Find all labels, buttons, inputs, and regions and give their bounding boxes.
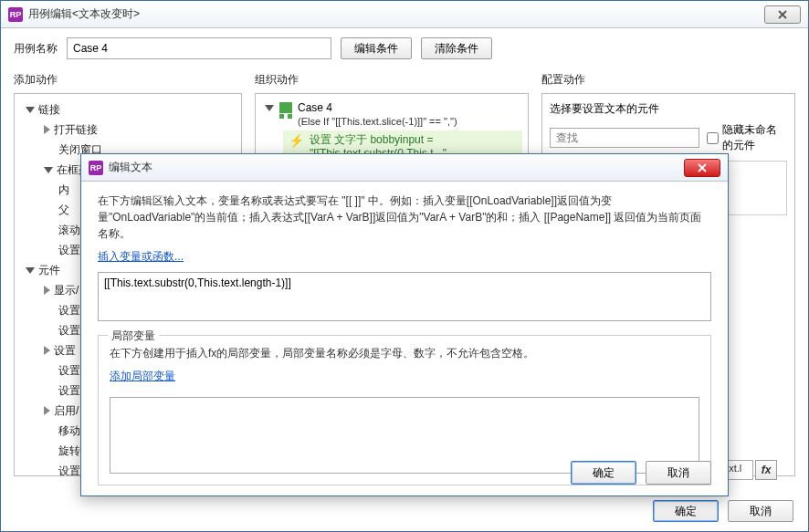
tree-label: 打开链接 <box>54 120 98 140</box>
app-icon: RP <box>8 7 23 22</box>
modal-close-button[interactable] <box>684 159 720 177</box>
local-variables-desc: 在下方创建用于插入fx的局部变量，局部变量名称必须是字母、数字，不允许包含空格。 <box>110 345 699 361</box>
app-icon: RP <box>89 161 103 175</box>
modal-body: 在下方编辑区输入文本，变量名称或表达式要写在 "[[ ]]" 中。例如：插入变量… <box>81 182 728 496</box>
hide-unnamed-label: 隐藏未命名的元件 <box>722 122 787 153</box>
add-action-label: 添加动作 <box>14 72 242 88</box>
main-title: 用例编辑<文本改变时> <box>28 6 764 22</box>
tree-label: 设置 <box>58 300 80 320</box>
triangle-down-icon <box>26 107 35 113</box>
config-search-input[interactable] <box>550 128 699 148</box>
tree-label: 父 <box>58 200 69 220</box>
tree-label: 设置 <box>58 360 80 381</box>
case-name-row: 用例名称 编辑条件 清除条件 <box>14 37 795 59</box>
tree-label: 显示/ <box>54 280 79 300</box>
case-condition: (Else If "[[This.text.slice(-1)]]" == ",… <box>261 116 522 127</box>
insert-variable-link[interactable]: 插入变量或函数... <box>98 249 184 265</box>
action-line1: 文字于 bobbyinput = <box>334 133 433 146</box>
tree-label: 启用/ <box>54 401 79 421</box>
config-search-row: 隐藏未命名的元件 <box>550 122 787 153</box>
main-cancel-button[interactable]: 取消 <box>728 500 793 522</box>
tree-group-links[interactable]: 链接 <box>18 99 237 120</box>
config-action-label: 配置动作 <box>541 72 795 88</box>
close-icon <box>777 9 788 20</box>
modal-description: 在下方编辑区输入文本，变量名称或表达式要写在 "[[ ]]" 中。例如：插入变量… <box>98 193 711 242</box>
modal-cancel-button[interactable]: 取消 <box>646 461 711 485</box>
modal-title: 编辑文本 <box>109 160 684 175</box>
main-footer: 确定 取消 <box>653 500 793 522</box>
main-ok-button[interactable]: 确定 <box>653 500 719 522</box>
fx-button[interactable]: fx <box>755 460 777 480</box>
tree-label: 设置 <box>58 240 80 260</box>
modal-footer: 确定 取消 <box>571 461 711 485</box>
tree-label: 设置 <box>58 320 80 340</box>
edit-condition-button[interactable]: 编辑条件 <box>341 37 412 59</box>
tree-label: 旋转 <box>58 441 80 461</box>
bolt-icon: ⚡ <box>289 133 304 148</box>
action-verb: 设置 <box>310 133 331 146</box>
tree-label: 设置 <box>58 461 80 476</box>
tree-label: 设置 <box>58 381 80 401</box>
edit-text-modal: RP 编辑文本 在下方编辑区输入文本，变量名称或表达式要写在 "[[ ]]" 中… <box>80 153 729 496</box>
tree-label: 内 <box>58 180 69 200</box>
modal-titlebar: RP 编辑文本 <box>81 154 728 182</box>
tree-label: 移动 <box>58 421 80 441</box>
case-icon <box>279 102 292 113</box>
case-name-input[interactable] <box>67 37 331 59</box>
add-local-variable-link[interactable]: 添加局部变量 <box>110 369 175 384</box>
case-name: Case 4 <box>298 101 332 114</box>
tree-label: 设置 <box>54 340 76 360</box>
case-name-label: 用例名称 <box>14 41 58 57</box>
config-header: 选择要设置文本的元件 <box>550 101 787 117</box>
main-titlebar: RP 用例编辑<文本改变时> <box>1 1 808 28</box>
close-icon <box>697 162 708 173</box>
text-editor-textarea[interactable]: [[This.text.substr(0,This.text.length-1)… <box>98 272 711 321</box>
local-variables-legend: 局部变量 <box>108 329 159 344</box>
triangle-down-icon <box>44 167 53 173</box>
triangle-right-icon <box>44 286 50 295</box>
triangle-right-icon <box>44 125 50 134</box>
modal-ok-button[interactable]: 确定 <box>571 461 636 485</box>
tree-item[interactable]: 打开链接 <box>18 120 237 140</box>
tree-label: 链接 <box>38 99 60 120</box>
main-close-button[interactable] <box>764 5 801 24</box>
clear-condition-button[interactable]: 清除条件 <box>421 37 492 59</box>
triangle-right-icon <box>44 406 50 415</box>
case-row[interactable]: Case 4 <box>261 99 522 116</box>
hide-unnamed-checkbox[interactable]: 隐藏未命名的元件 <box>707 122 787 153</box>
organize-action-label: 组织动作 <box>255 72 529 88</box>
hide-unnamed-input[interactable] <box>707 132 719 144</box>
triangle-right-icon <box>44 346 50 355</box>
triangle-down-icon <box>26 267 35 274</box>
triangle-down-icon <box>265 105 274 111</box>
tree-label: 元件 <box>38 260 60 280</box>
